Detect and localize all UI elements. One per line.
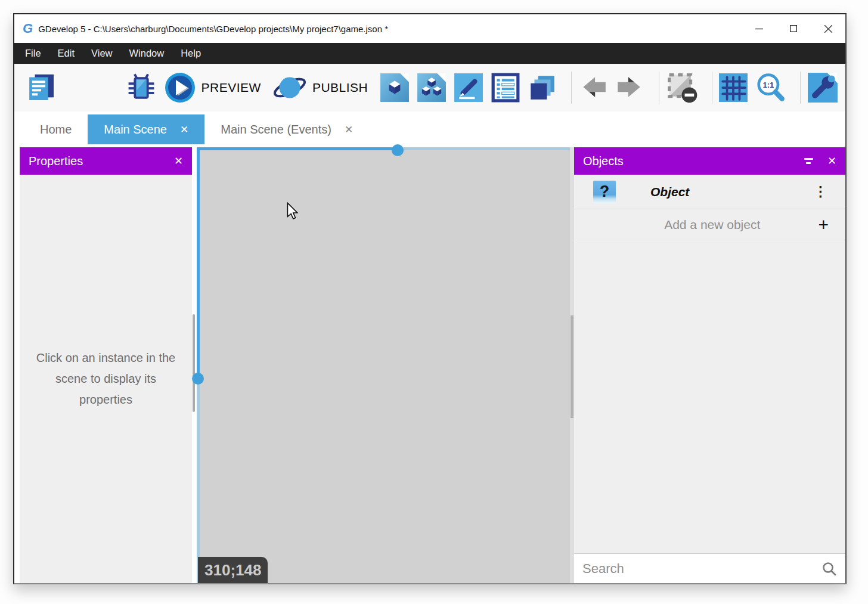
project-manager-icon [24,71,58,104]
edit-properties-pencil-icon [454,73,483,103]
object-name: Object [650,185,814,199]
canvas-vscrollbar-track[interactable] [197,379,200,583]
properties-header: Properties ✕ [20,147,192,175]
canvas-vscroll-thumb[interactable] [192,373,204,385]
tab-home-label: Home [40,123,72,137]
preview-button[interactable]: PREVIEW [165,72,261,103]
coordinates-badge: 310;148 [198,557,268,583]
undo-button[interactable] [578,74,608,101]
menu-item-edit[interactable]: Edit [49,43,83,64]
deselect-icon [666,72,698,104]
maximize-button[interactable] [776,14,811,43]
redo-icon [615,74,645,101]
tab-close-icon[interactable]: ✕ [180,123,188,136]
add-object-plus-icon[interactable]: + [818,216,829,234]
menu-item-help[interactable]: Help [172,43,209,64]
properties-panel: Properties ✕ Click on an instance in the… [20,147,192,583]
maximize-icon [790,26,797,32]
window-title: GDevelop 5 - C:\Users\charburg\Documents… [38,24,742,34]
menu-item-view[interactable]: View [83,43,120,64]
objects-search-input[interactable] [582,561,822,577]
menu-item-window[interactable]: Window [121,43,173,64]
svg-text:1:1: 1:1 [763,80,774,89]
titlebar: G GDevelop 5 - C:\Users\charburg\Documen… [14,14,845,43]
objects-close-icon[interactable]: ✕ [827,154,836,168]
open-layers-button[interactable] [528,73,557,103]
canvas-hscrollbar[interactable] [197,147,398,150]
object-menu-kebab-icon[interactable]: ⋮ [814,184,827,200]
redo-button[interactable] [615,74,645,101]
edit-scene-group-icon [417,73,447,103]
objects-panel: Objects ✕ ? Object ⋮ Add a new object + [574,147,845,583]
objects-title: Objects [583,154,804,168]
properties-body: Click on an instance in the scene to dis… [20,175,192,583]
menu-item-file[interactable]: File [17,43,49,64]
app-window: G GDevelop 5 - C:\Users\charburg\Documen… [13,13,847,584]
objects-searchbar [574,553,845,583]
grid-icon [718,73,748,103]
project-manager-button[interactable] [24,71,58,104]
properties-empty-message: Click on an instance in the scene to dis… [31,348,181,410]
canvas-hscrollbar-track[interactable] [398,147,574,150]
add-object-row[interactable]: Add a new object + [574,209,845,240]
scene-canvas[interactable]: 310;148 [197,147,574,583]
edit-scene-icon [380,73,410,103]
search-icon[interactable] [822,561,837,577]
publish-label: PUBLISH [312,80,368,95]
object-row[interactable]: ? Object ⋮ [574,175,845,209]
play-icon [165,72,196,103]
layers-icon [528,73,557,103]
zoom-one-to-one-icon: 1:1 [755,72,786,103]
debug-button[interactable] [125,72,157,104]
tabbar: Home Main Scene ✕ Main Scene (Events) ✕ [14,111,845,144]
gdevelop-logo: G [23,22,33,35]
canvas-right-scroll-thumb[interactable] [571,315,574,418]
minimize-button[interactable] [742,14,776,43]
publish-globe-icon [273,72,306,104]
debug-icon [125,72,157,104]
properties-close-icon[interactable]: ✕ [174,154,183,168]
filter-icon[interactable] [804,158,813,164]
publish-button[interactable]: PUBLISH [273,72,368,104]
properties-title: Properties [29,154,162,168]
mouse-cursor-icon [286,202,299,220]
objects-header: Objects ✕ [574,147,845,175]
properties-scrollbar[interactable] [193,314,195,412]
edit-scene-properties-button[interactable] [454,73,483,103]
undo-icon [578,74,608,101]
zoom-original-button[interactable]: 1:1 [755,72,786,103]
tab-main-scene-events-label: Main Scene (Events) [221,123,331,137]
canvas-vscrollbar[interactable] [197,147,200,379]
edit-scene-group-button[interactable] [417,73,447,103]
canvas-hscroll-thumb[interactable] [392,144,404,156]
menubar: File Edit View Window Help [14,43,845,64]
deselect-all-button[interactable] [666,72,698,104]
tab-home[interactable]: Home [24,114,88,144]
main-content: Properties ✕ Click on an instance in the… [14,144,845,583]
events-sheet-icon [491,73,520,103]
tab-main-scene-events[interactable]: Main Scene (Events) ✕ [204,114,369,144]
toggle-grid-button[interactable] [718,73,748,103]
tab-close-icon[interactable]: ✕ [345,123,353,136]
object-icon: ? [593,181,616,203]
tab-main-scene[interactable]: Main Scene ✕ [88,114,204,144]
tab-main-scene-label: Main Scene [104,123,167,137]
close-icon [824,25,832,33]
objects-list-empty-area [574,240,845,553]
preview-label: PREVIEW [202,80,261,95]
edit-events-button[interactable] [491,73,520,103]
edit-scene-button[interactable] [380,73,410,103]
add-object-label: Add a new object [574,218,818,232]
settings-button[interactable] [807,72,838,103]
tools-wrench-icon [807,72,838,103]
close-button[interactable] [811,14,845,43]
toolbar: PREVIEW PUBLISH [14,64,845,111]
